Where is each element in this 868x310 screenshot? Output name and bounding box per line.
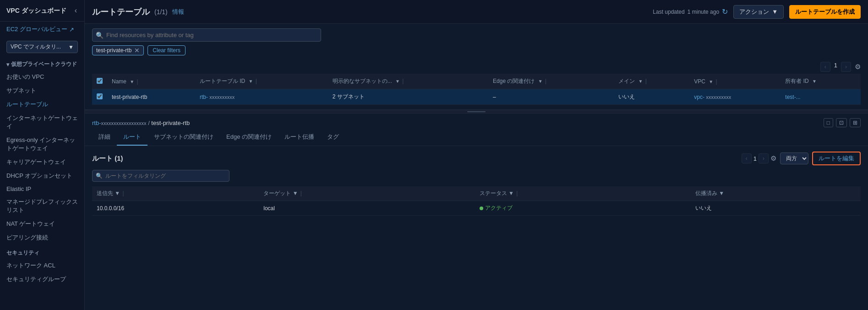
routes-next-button[interactable]: › (759, 153, 769, 163)
row-checkbox[interactable] (97, 93, 103, 99)
detail-resize-handle[interactable] (85, 110, 868, 114)
routes-settings-button[interactable]: ⚙ (770, 154, 776, 163)
tab-details[interactable]: 詳細 (92, 129, 117, 146)
detail-rtb-id-masked: xxxxxxxxxxxxxxxxxx (101, 120, 147, 126)
col-main: メイン ▼ | (614, 74, 689, 89)
routes-col-status: ステータス ▼ | (475, 186, 691, 201)
routes-col-destination: 送信先 ▼ | (92, 186, 259, 201)
routes-filter-wrap: 🔍 (92, 170, 229, 182)
rtb-id-masked: xxxxxxxxxx (209, 94, 235, 100)
routes-header-row: 送信先 ▼ | ターゲット ▼ | ステータス ▼ | (92, 186, 861, 201)
detail-panel: rtb-xxxxxxxxxxxxxxxxxx / test-private-rt… (85, 110, 868, 310)
search-icon: 🔍 (96, 32, 104, 39)
table-settings-button[interactable]: ⚙ (855, 62, 861, 72)
table-top-pagination: ‹ 1 › ⚙ (92, 60, 861, 74)
filter-tag-value: test-private-rtb (96, 47, 131, 54)
detail-rtb-id-link[interactable]: rtb-xxxxxxxxxxxxxxxxxx (92, 120, 148, 126)
filter-tag-0: test-private-rtb ✕ (92, 45, 144, 55)
filter-tags: test-private-rtb ✕ Clear filters (92, 45, 861, 55)
sidebar-ec2-link[interactable]: EC2 グローバルビュー ↗ (0, 22, 84, 37)
route-propagated: いいえ (691, 201, 861, 216)
action-icon: ▼ (772, 8, 778, 15)
sidebar-item-elastic-ip[interactable]: Elastic IP (0, 183, 84, 195)
detail-header: rtb-xxxxxxxxxxxxxxxxxx / test-private-rt… (85, 114, 868, 127)
sidebar-item-vpc[interactable]: お使いの VPC (0, 70, 84, 84)
routes-title: ルート (1) (92, 154, 123, 163)
direction-select[interactable]: 両方 (780, 152, 808, 164)
vpc-filter-button[interactable]: VPC でフィルタリ... ▼ (6, 41, 78, 53)
tab-subnet-associations[interactable]: サブネットの関連付け (147, 129, 220, 146)
route-status: アクティブ (475, 201, 691, 216)
sidebar-item-dhcp[interactable]: DHCP オプションセット (0, 169, 84, 183)
col-rtb-id: ルートテーブル ID ▼ | (195, 74, 328, 89)
filter-tag-remove-button[interactable]: ✕ (134, 47, 140, 54)
sidebar-section-virtual-cloud: ▾ 仮想プライベートクラウド (0, 57, 84, 70)
sidebar-collapse-button[interactable]: ‹ (73, 6, 79, 15)
sidebar-item-egress-igw[interactable]: Egress-only インターネットゲートウェイ (0, 133, 84, 155)
sidebar-filter: VPC でフィルタリ... ▼ (0, 37, 84, 57)
clear-filters-button[interactable]: Clear filters (147, 45, 186, 55)
tab-tags[interactable]: タグ (321, 129, 345, 146)
sort-icon: ▼ (508, 190, 514, 196)
row-edge: – (488, 89, 614, 105)
row-subnets: 2 サブネット (328, 89, 488, 105)
action-button[interactable]: アクション ▼ (733, 5, 784, 19)
rtb-id-link[interactable]: rtb- xxxxxxxxxx (200, 94, 235, 100)
edit-routes-button[interactable]: ルートを編集 (812, 152, 861, 165)
routes-controls: ‹ 1 › ⚙ 両方 ルートを編集 (742, 152, 861, 165)
last-updated-label: Last updated (653, 9, 684, 15)
window-split-button[interactable]: ⊡ (836, 118, 847, 127)
sidebar-item-peering[interactable]: ピアリング接続 (0, 231, 84, 245)
route-target: local (259, 201, 475, 216)
refresh-button[interactable]: ↻ (722, 7, 728, 16)
sidebar-item-nat-gw[interactable]: NAT ゲートウェイ (0, 217, 84, 231)
tab-route-propagation[interactable]: ルート伝播 (278, 129, 321, 146)
action-label: アクション (739, 8, 769, 16)
sort-icon: ▼ (719, 190, 724, 196)
window-minimize-button[interactable]: □ (824, 118, 833, 127)
sidebar-item-subnets[interactable]: サブネット (0, 84, 84, 98)
sort-icon: ▼ (709, 79, 713, 84)
routes-page-num: 1 (753, 155, 757, 162)
section-label: 仮想プライベートクラウド (11, 60, 77, 68)
sidebar-item-route-tables[interactable]: ルートテーブル (0, 98, 84, 111)
routes-prev-button[interactable]: ‹ (742, 153, 752, 163)
routes-search-icon: 🔍 (96, 173, 103, 179)
detail-rtb-id: rtb-xxxxxxxxxxxxxxxxxx (92, 120, 148, 126)
sort-icon: ▼ (130, 79, 134, 84)
routes-col-target: ターゲット ▼ | (259, 186, 475, 201)
topbar: ルートテーブル (1/1) 情報 Last updated 1 minute a… (85, 0, 868, 24)
create-route-table-button[interactable]: ルートテーブルを作成 (789, 5, 861, 19)
table-header-row: Name ▼ | ルートテーブル ID ▼ | 明示的なサブネットの... ▼ (92, 74, 861, 89)
window-maximize-button[interactable]: ⊞ (850, 118, 861, 127)
sidebar-item-security-groups[interactable]: セキュリティグループ (0, 272, 84, 286)
last-updated-time: 1 minute ago (688, 9, 719, 15)
routes-filter-input[interactable] (92, 170, 229, 182)
row-main: いいえ (614, 89, 689, 105)
tab-routes[interactable]: ルート (117, 129, 147, 146)
info-link[interactable]: 情報 (172, 8, 184, 16)
page-number: 1 (834, 62, 837, 72)
external-link-icon: ↗ (69, 26, 74, 33)
sidebar-item-network-acl[interactable]: ネットワーク ACL (0, 259, 84, 272)
row-vpc: vpc- xxxxxxxxxx (689, 89, 781, 105)
tab-edge-associations[interactable]: Edge の関連付け (220, 129, 278, 146)
select-all-checkbox[interactable] (97, 78, 103, 84)
row-rtb-id: rtb- xxxxxxxxxx (195, 89, 328, 105)
next-page-button[interactable]: › (841, 62, 851, 72)
sidebar-item-carrier-gw[interactable]: キャリアゲートウェイ (0, 155, 84, 169)
detail-title: rtb-xxxxxxxxxxxxxxxxxx / test-private-rt… (92, 120, 190, 126)
sort-icon: ▼ (249, 79, 253, 84)
routes-section: ルート (1) ‹ 1 › ⚙ 両方 ルートを編集 🔍 (85, 146, 868, 221)
search-input[interactable] (92, 28, 321, 42)
sidebar-item-prefix-list[interactable]: マネージドプレフィックスリスト (0, 195, 84, 217)
sidebar-item-igw[interactable]: インターネットゲートウェイ (0, 111, 84, 133)
page-title-count: (1/1) (154, 8, 168, 16)
vpc-link[interactable]: vpc- xxxxxxxxxx (694, 94, 731, 100)
owner-link[interactable]: test-... (785, 94, 800, 100)
row-owner: test-... (781, 89, 861, 105)
search-input-wrap: 🔍 (92, 28, 321, 42)
prev-page-button[interactable]: ‹ (820, 62, 830, 72)
sidebar-header: VPC ダッシュボード ‹ (0, 0, 84, 22)
col-subnets: 明示的なサブネットの... ▼ | (328, 74, 488, 89)
